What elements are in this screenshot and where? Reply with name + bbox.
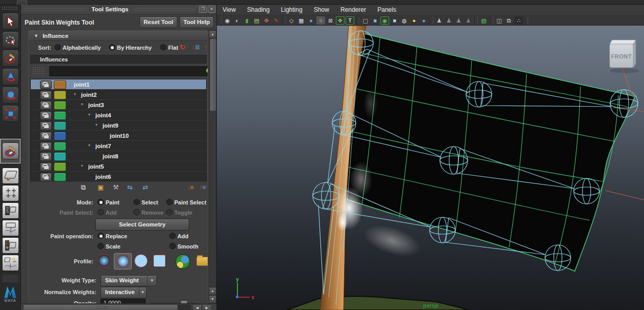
menu-show[interactable]: Show bbox=[308, 6, 335, 13]
xray-joints-icon[interactable]: ◉ bbox=[380, 16, 389, 25]
flat-shade-icon[interactable]: ○ bbox=[316, 16, 325, 25]
menu-lighting[interactable]: Lighting bbox=[275, 6, 308, 13]
joint-row-joint9[interactable]: ▾joint9 bbox=[31, 120, 206, 131]
influences-drag-handle-icon[interactable] bbox=[32, 67, 45, 76]
ambient-occlusion-icon[interactable]: ◍ bbox=[400, 16, 409, 25]
reset-tool-button[interactable]: Reset Tool bbox=[139, 16, 177, 28]
tool-settings-titlebar[interactable]: Tool Settings ❐ ✕ bbox=[21, 5, 216, 14]
scroll-up-icon[interactable]: ▲ bbox=[209, 30, 216, 38]
points-display-icon[interactable]: ▦ bbox=[297, 16, 306, 25]
graph-editor-layout-icon[interactable] bbox=[2, 220, 19, 236]
expand-arrow-icon[interactable]: ▾ bbox=[81, 102, 83, 107]
four-view-layout-icon[interactable] bbox=[2, 185, 19, 201]
brush-profile-ramp-icon[interactable] bbox=[175, 254, 190, 269]
close-window-icon[interactable]: ✕ bbox=[208, 6, 215, 13]
shadows-icon[interactable]: ■ bbox=[390, 16, 399, 25]
paste-weights-icon[interactable]: ▣ bbox=[97, 183, 104, 192]
joint-color-swatch[interactable] bbox=[54, 173, 66, 181]
sort-alphabetically-radio[interactable] bbox=[54, 44, 61, 51]
joint-color-swatch[interactable] bbox=[54, 101, 66, 110]
mode-paint-label[interactable]: Paint bbox=[106, 199, 119, 205]
lock-influence-icon[interactable] bbox=[40, 132, 52, 140]
hypershade-layout-icon[interactable] bbox=[2, 237, 19, 254]
joint-color-swatch[interactable] bbox=[54, 152, 66, 161]
horizontal-scrollbar[interactable]: ◀ ▶ bbox=[21, 303, 216, 310]
plugin-cube-icon[interactable]: ◫ bbox=[495, 16, 504, 25]
isolate-select-icon[interactable]: ♟ bbox=[435, 16, 444, 25]
show-influenced-verts-icon[interactable]: ↓≡ bbox=[187, 183, 194, 192]
view-cube-front-label[interactable]: FRONT bbox=[611, 53, 632, 59]
lock-influence-icon[interactable] bbox=[40, 173, 52, 181]
lock-influence-icon[interactable] bbox=[40, 162, 52, 171]
joint-row-joint1[interactable]: ▾joint1 bbox=[31, 79, 206, 90]
joint-label[interactable]: joint10 bbox=[110, 133, 129, 139]
joint-row-joint2[interactable]: ▾joint2 bbox=[31, 90, 206, 100]
joint-color-swatch[interactable] bbox=[54, 111, 66, 120]
outliner-persp-layout-icon[interactable] bbox=[2, 202, 19, 219]
shaded-texture-icon[interactable]: ❖ bbox=[336, 16, 345, 25]
influence-section-header[interactable]: ▼ Influence bbox=[29, 31, 208, 41]
move-tool-icon[interactable] bbox=[2, 68, 19, 85]
scroll-up-icon[interactable]: ▲ bbox=[209, 287, 216, 295]
isolate-view-icon[interactable]: ♟ bbox=[445, 16, 453, 25]
expand-arrow-icon[interactable]: ▾ bbox=[81, 163, 83, 168]
joint-row-joint7[interactable]: ▾joint7 bbox=[31, 141, 206, 151]
vertical-scrollbar[interactable]: ▲ ▲ ▼ bbox=[209, 30, 216, 304]
bookmarks-icon[interactable]: ▮ bbox=[243, 16, 251, 25]
mode-paint-select-label[interactable]: Paint Select bbox=[174, 199, 206, 205]
scroll-left-icon[interactable]: ◀ bbox=[192, 304, 202, 310]
joint-color-swatch[interactable] bbox=[54, 121, 66, 130]
lasso-tool-icon[interactable] bbox=[2, 31, 19, 48]
lock-influence-icon[interactable] bbox=[40, 111, 52, 120]
vertical-scrollbar-thumb[interactable] bbox=[210, 38, 216, 111]
brush-profile-soft-icon[interactable] bbox=[114, 253, 132, 270]
isolate-remove-icon[interactable]: ♟ bbox=[464, 16, 473, 25]
expand-arrow-icon[interactable]: ▾ bbox=[88, 143, 90, 148]
lock-influence-icon[interactable] bbox=[40, 91, 52, 99]
joint-color-swatch[interactable] bbox=[54, 80, 66, 89]
paint-op-smooth-radio[interactable] bbox=[169, 243, 176, 250]
xray-icon[interactable]: ■ bbox=[371, 16, 379, 25]
mode-select-label[interactable]: Select bbox=[142, 199, 158, 205]
node-connections-icon[interactable]: ∴ bbox=[514, 16, 523, 25]
expand-arrow-icon[interactable]: ▾ bbox=[67, 81, 69, 86]
pan-zoom-tool-icon[interactable]: ✥ bbox=[262, 16, 271, 25]
move-influences-icon[interactable]: ⇄ bbox=[143, 183, 148, 192]
paint-op-scale-label[interactable]: Scale bbox=[106, 243, 120, 250]
select-tool-icon[interactable] bbox=[2, 13, 19, 30]
browse-profile-folder-icon[interactable] bbox=[196, 257, 208, 266]
menu-shading[interactable]: Shading bbox=[242, 6, 275, 13]
show-influence-list-icon[interactable]: ↕≡ bbox=[199, 183, 206, 192]
expand-arrow-icon[interactable]: ▾ bbox=[74, 92, 76, 96]
depth-of-field-icon[interactable]: ● bbox=[419, 16, 428, 25]
brush-profile-square-icon[interactable] bbox=[151, 253, 168, 268]
lock-influence-icon[interactable] bbox=[40, 101, 52, 110]
scroll-down-icon[interactable]: ▼ bbox=[209, 295, 216, 303]
selection-preview-icon[interactable]: ▧ bbox=[479, 16, 488, 25]
menu-view[interactable]: View bbox=[217, 6, 242, 13]
paint-op-add-radio[interactable] bbox=[169, 233, 176, 239]
joint-label[interactable]: joint1 bbox=[74, 81, 90, 88]
swap-influences-icon[interactable]: ⇆ bbox=[127, 183, 133, 192]
expand-arrow-icon[interactable]: ▾ bbox=[95, 122, 97, 127]
normalize-weights-dropdown[interactable]: Interactive ▼ bbox=[100, 287, 147, 298]
weight-type-dropdown[interactable]: Skin Weight ▼ bbox=[100, 275, 157, 286]
joint-color-swatch[interactable] bbox=[54, 91, 66, 99]
joint-label[interactable]: joint3 bbox=[88, 102, 104, 108]
influences-tree[interactable]: ▾joint1▾joint2▾joint3▾joint4▾joint9joint… bbox=[30, 79, 207, 182]
horizontal-scrollbar-thumb[interactable] bbox=[23, 304, 178, 310]
copy-weights-icon[interactable]: ⧉ bbox=[81, 183, 86, 192]
joint-row-joint8[interactable]: joint8 bbox=[31, 151, 206, 161]
joint-row-joint10[interactable]: joint10 bbox=[31, 131, 206, 141]
joint-row-joint4[interactable]: ▾joint4 bbox=[31, 110, 206, 120]
move-up-icon[interactable]: ↑ bbox=[204, 44, 207, 51]
mode-select-radio[interactable] bbox=[133, 199, 140, 205]
paint-op-replace-radio[interactable] bbox=[97, 233, 104, 239]
joint-label[interactable]: joint4 bbox=[95, 112, 111, 118]
sort-by-hierarchy-radio[interactable] bbox=[109, 44, 115, 51]
scale-tool-icon[interactable] bbox=[2, 105, 19, 122]
grease-pencil-icon[interactable]: ✎ bbox=[272, 16, 280, 25]
joint-color-swatch[interactable] bbox=[54, 162, 66, 171]
paint-selection-tool-icon[interactable] bbox=[2, 50, 19, 67]
viewport-3d-canvas[interactable]: FRONT y x persp bbox=[217, 26, 644, 310]
